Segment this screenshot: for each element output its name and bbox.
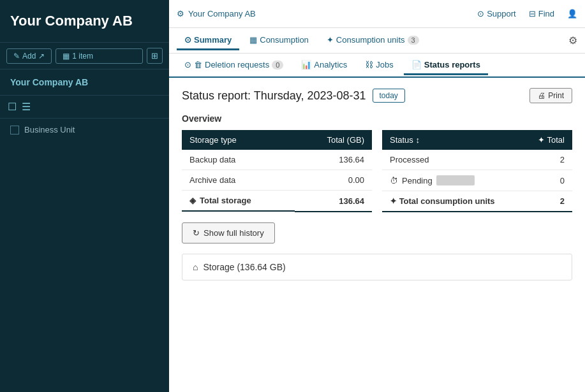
status-label-1: Processed [382,150,523,170]
sub-nav-1: ⊙ Summary ▦ Consumption ✦ Consumption un… [169,28,585,54]
table-row: Backup data 136.64 [182,150,372,170]
print-label: Print [548,91,564,100]
consumption-icon: ▦ [249,35,257,45]
tab-consumption[interactable]: ▦ Consumption [242,31,316,50]
sub-nav-2: ⊙ 🗑 Deletion requests 0 📊 Analytics ⛓ Jo… [169,54,585,78]
storage-table: Storage type Total (GB) Backup data 136.… [182,130,372,212]
grid-view-button[interactable]: ⊞ [147,48,163,64]
support-icon: ⊙ [477,9,484,18]
filter-button[interactable]: ▦ 1 item [56,48,143,64]
support-action[interactable]: ⊙ Support [477,9,516,18]
refresh-icon: ↻ [193,228,200,238]
status-value-2: 0 [523,170,572,191]
add-button[interactable]: ✎ Add ↗ [6,48,52,64]
sidebar-item-business-unit[interactable]: Business Unit [0,119,169,141]
storage-type-1: Backup data [182,150,295,170]
summary-label: Summary [194,35,232,45]
storage-card-title: ⌂ Storage (136.64 GB) [193,262,561,272]
list-view-icon[interactable]: ☐ [8,101,17,113]
sidebar-item-label: Business Unit [24,125,75,134]
trash-icon: 🗑 [194,60,202,69]
overview-title: Overview [182,113,572,124]
tab-consumption-units[interactable]: ✦ Consumption units 3 [319,31,427,50]
filter-icon: ▦ [63,52,70,61]
status-col1-header: Status ↕ [382,130,523,150]
storage-value-1: 136.64 [295,150,372,170]
sidebar: Your Company AB ✎ Add ↗ ▦ 1 item ⊞ Your … [0,0,169,392]
find-action[interactable]: ⊟ Find [529,9,554,18]
status-total-label: ✦ Total consumption units [382,191,523,212]
summary-icon: ⊙ [184,35,191,45]
analytics-icon: 📊 [301,60,311,69]
main-content: ⚙ Your Company AB ⊙ Support ⊟ Find 👤 ⊙ S… [169,0,585,392]
pending-bar [436,175,475,185]
storage-total-row: ◈ Total storage 136.64 [182,191,372,212]
report-header: Status report: Thursday, 2023-08-31 toda… [182,88,572,103]
top-nav-brand: ⚙ Your Company AB [177,9,477,18]
tab-status-reports[interactable]: 📄 Status reports [404,56,488,75]
table-row: Archive data 0.00 [182,170,372,191]
user-icon: 👤 [567,9,577,18]
add-label: Add [22,52,36,61]
tab-jobs[interactable]: ⛓ Jobs [357,56,401,75]
today-button[interactable]: today [373,89,405,103]
storage-total-value: 136.64 [295,191,372,212]
filter-label: 1 item [72,52,93,61]
shield-icon: ◈ [189,196,196,205]
home-icon: ⌂ [193,262,198,272]
tab-deletion-requests[interactable]: ⊙ 🗑 Deletion requests 0 [177,56,291,75]
status-total-value: 2 [523,191,572,212]
status-label-2: ⏱ Pending [382,170,523,191]
consumption-units-icon: ✦ [327,35,334,45]
table-row: Processed 2 [382,150,572,170]
print-button[interactable]: 🖨 Print [529,88,572,103]
analytics-label: Analytics [314,60,347,69]
total-units-icon: ✦ [390,196,397,206]
find-label: Find [538,9,554,18]
storage-card: ⌂ Storage (136.64 GB) [182,254,572,280]
jobs-icon: ⛓ [365,60,373,69]
status-col2-header: ✦ Total [523,130,572,150]
status-total-row: ✦ Total consumption units 2 [382,191,572,212]
status-table: Status ↕ ✦ Total Processed 2 [382,130,572,212]
table-row: ⏱ Pending 0 [382,170,572,191]
show-history-button[interactable]: ↻ Show full history [182,222,275,243]
clock-icon: ⏱ [390,176,398,185]
sidebar-company-name: Your Company AB [0,69,169,96]
tab-analytics[interactable]: 📊 Analytics [293,56,355,75]
share-icon: ↗ [38,52,45,61]
storage-total-label: ◈ Total storage [182,191,295,212]
total-icon: ✦ [538,135,545,145]
storage-col1-header: Storage type [182,130,295,150]
settings-icon[interactable]: ⚙ [568,34,577,47]
sidebar-view-toggle: ☐ ☰ [0,96,169,119]
tab-summary[interactable]: ⊙ Summary [177,31,239,50]
support-label: Support [487,9,516,18]
user-action[interactable]: 👤 [567,9,577,18]
top-nav-actions: ⊙ Support ⊟ Find 👤 [477,9,577,18]
deletion-icon: ⊙ [184,60,191,69]
brand-label: Your Company AB [188,9,256,18]
storage-value-2: 0.00 [295,170,372,191]
storage-type-2: Archive data [182,170,295,191]
consumption-label: Consumption [260,35,309,45]
print-icon: 🖨 [538,91,545,100]
sidebar-toolbar: ✎ Add ↗ ▦ 1 item ⊞ [0,43,169,69]
deletion-badge: 0 [272,61,283,69]
status-value-1: 2 [523,150,572,170]
detail-view-icon[interactable]: ☰ [22,101,31,113]
content-area: Status report: Thursday, 2023-08-31 toda… [169,78,585,392]
business-unit-checkbox[interactable] [10,126,19,134]
deletion-label: Deletion requests [205,60,269,69]
find-icon: ⊟ [529,9,536,18]
jobs-label: Jobs [376,60,393,69]
status-reports-icon: 📄 [411,60,422,69]
consumption-units-badge: 3 [408,36,419,45]
brand-icon: ⚙ [177,9,184,18]
report-title: Status report: Thursday, 2023-08-31 [182,89,366,103]
top-nav: ⚙ Your Company AB ⊙ Support ⊟ Find 👤 [169,0,585,28]
show-history-label: Show full history [204,228,264,238]
grid-icon: ⊞ [151,51,158,61]
storage-col2-header: Total (GB) [295,130,372,150]
consumption-units-label: Consumption units [336,35,405,45]
